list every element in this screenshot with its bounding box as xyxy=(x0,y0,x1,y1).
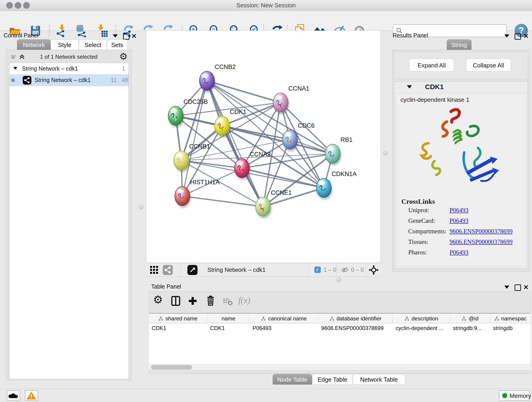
control-panel-close-icon[interactable]: ✕ xyxy=(131,33,137,39)
cdk1-description: cyclin-dependent kinase 1 xyxy=(400,96,469,103)
svg-text:RB1: RB1 xyxy=(341,136,352,143)
network-collection-row[interactable]: String Network – cdk1 1 xyxy=(9,63,129,74)
table-hscrollbar[interactable] xyxy=(149,364,531,370)
tab-style[interactable]: Style xyxy=(51,39,79,50)
collapse-all-button[interactable]: Collapse All xyxy=(466,59,511,71)
crosslink-label: Uniprot: xyxy=(408,207,429,214)
control-panel-collapse-icon[interactable] xyxy=(113,34,118,38)
hidden-count: 0 – 0 xyxy=(351,263,364,276)
table-panel-close-icon[interactable]: ✕ xyxy=(523,284,529,291)
svg-text:CCNA1: CCNA1 xyxy=(288,85,309,92)
table-gear-icon[interactable]: ⚙ xyxy=(153,295,163,304)
crosslink-tissues-link[interactable]: 9606.ENSP00000378699 xyxy=(450,238,513,245)
table-hscrollbar-thumb[interactable] xyxy=(151,365,192,370)
tree-icon xyxy=(330,316,334,321)
fit-content-crosshair-icon[interactable] xyxy=(369,265,379,275)
warning-icon xyxy=(25,391,38,400)
column-header-namespace[interactable]: namespac xyxy=(490,313,531,324)
network-row-label: String Network – cdk1 xyxy=(35,77,91,83)
warning-button[interactable] xyxy=(25,390,38,401)
column-header-shared-name[interactable]: shared name xyxy=(149,313,207,324)
left-splitter-handle[interactable] xyxy=(139,205,143,210)
memory-button[interactable]: Memory xyxy=(499,390,530,401)
cdk1-expander-icon[interactable] xyxy=(407,85,412,89)
toolbar-separator xyxy=(49,25,50,37)
tab-select[interactable]: Select xyxy=(79,39,107,50)
column-header-name[interactable]: name xyxy=(207,313,250,324)
memory-label: Memory xyxy=(510,392,531,400)
right-splitter-handle[interactable] xyxy=(383,151,388,155)
tree-icon xyxy=(462,316,466,321)
tree-icon xyxy=(261,316,266,321)
status-bar: Memory xyxy=(0,389,532,402)
collapse-all-networks-icon[interactable] xyxy=(10,54,17,60)
svg-text:CCNA2: CCNA2 xyxy=(250,151,271,158)
grid-view-icon[interactable] xyxy=(150,265,159,274)
table-add-column-icon[interactable] xyxy=(188,296,197,306)
network-row-selected[interactable]: String Network – cdk1 11 48 xyxy=(9,74,128,86)
tab-network-table[interactable]: Network Table xyxy=(353,374,405,385)
network-node-cdc25b[interactable]: CDC25B xyxy=(168,98,208,128)
toolbar-divider xyxy=(366,263,366,276)
collection-expander-icon[interactable] xyxy=(13,67,17,70)
network-node-cdkn1a[interactable]: CDKN1A xyxy=(317,171,357,200)
toolbar-divider xyxy=(181,263,181,276)
svg-text:CDKN1A: CDKN1A xyxy=(331,171,356,177)
toolbar-divider xyxy=(336,263,337,276)
crosslink-uniprot-link[interactable]: P06493 xyxy=(450,207,469,214)
crosslink-compartments-link[interactable]: 9606.ENSP00000378699 xyxy=(450,228,513,235)
results-panel-float-icon[interactable] xyxy=(515,33,521,40)
table-function-builder-icon-disabled: f(x) xyxy=(238,295,250,305)
network-canvas[interactable]: CCNB2CCNA1CDC25BCDK1CDC6RB1CCNB1CCNA2CDK… xyxy=(146,31,381,263)
tree-icon xyxy=(494,316,499,321)
control-panel-float-icon[interactable] xyxy=(123,33,129,40)
network-node-rb1[interactable]: RB1 xyxy=(325,136,352,166)
tab-node-table[interactable]: Node Table xyxy=(273,374,312,385)
import-network-file-icon[interactable] xyxy=(55,24,68,37)
table-panel-collapse-icon[interactable] xyxy=(504,286,509,289)
crosslink-pharos-link[interactable]: P06493 xyxy=(450,249,469,256)
network-list xyxy=(9,63,129,379)
network-options-gear-icon[interactable]: ⚙ xyxy=(119,52,128,61)
crosslink-genecard-link[interactable]: P06493 xyxy=(450,217,469,224)
cloud-button[interactable] xyxy=(7,390,20,401)
table-columns-icon[interactable] xyxy=(171,296,181,306)
table-row[interactable]: CDK1 CDK1 P06493 9606.ENSP00000378699 cy… xyxy=(149,323,531,333)
column-header-canonical-name[interactable]: canonical name xyxy=(250,313,318,324)
network-node-ccna1[interactable]: CCNA1 xyxy=(273,85,309,114)
cdk1-section-title: CDK1 xyxy=(425,83,444,91)
table-panel-float-icon[interactable] xyxy=(515,284,521,291)
string-network-graph[interactable]: CCNB2CCNA1CDC25BCDK1CDC6RB1CCNB1CCNA2CDK… xyxy=(146,31,380,263)
birds-eye-toggle-icon[interactable] xyxy=(187,265,197,275)
expand-all-networks-icon[interactable] xyxy=(19,54,25,60)
network-node-count: 11 xyxy=(108,77,117,83)
column-header-id[interactable]: @id xyxy=(450,313,490,324)
import-table-file-icon[interactable] xyxy=(95,24,109,37)
column-header-description[interactable]: description xyxy=(393,313,450,324)
network-view-title: String Network – cdk1 xyxy=(207,263,266,276)
network-share-icon[interactable] xyxy=(163,265,173,275)
horizontal-splitter-handle[interactable] xyxy=(336,278,341,282)
crosslinks-title: CrossLinks xyxy=(401,198,435,205)
string-network-badge-icon xyxy=(23,76,32,85)
tab-network[interactable]: Network xyxy=(17,39,51,50)
expand-all-button[interactable]: Expand All xyxy=(409,59,454,71)
column-header-database-identifier[interactable]: database identifier xyxy=(318,313,393,324)
svg-text:CCNB2: CCNB2 xyxy=(215,64,235,70)
control-panel-title: Control Panel xyxy=(4,32,38,39)
svg-text:CDC25B: CDC25B xyxy=(184,98,208,105)
table-delete-column-icon[interactable] xyxy=(205,295,216,306)
title-bar: Session: New Session xyxy=(0,0,532,11)
import-network-database-icon[interactable] xyxy=(75,24,89,37)
tab-edge-table[interactable]: Edge Table xyxy=(312,374,353,385)
results-panel-collapse-icon[interactable] xyxy=(504,34,509,38)
selected-checkbox-icon[interactable]: ✓ xyxy=(314,267,321,273)
svg-text:CCNB1: CCNB1 xyxy=(189,143,210,150)
crosslink-label: Pharos: xyxy=(408,249,427,256)
tab-sets[interactable]: Sets xyxy=(107,39,127,50)
results-panel-title: Results Panel xyxy=(393,32,428,39)
results-panel-close-icon[interactable]: ✕ xyxy=(523,33,529,39)
tab-string[interactable]: String xyxy=(447,39,472,50)
selected-count: 1 – 0 xyxy=(323,263,336,276)
svg-text:HIST1H1A: HIST1H1A xyxy=(190,179,220,186)
